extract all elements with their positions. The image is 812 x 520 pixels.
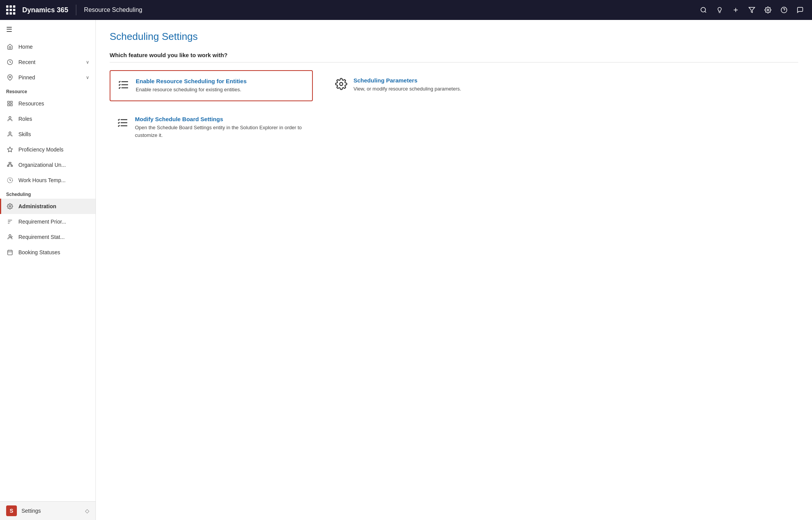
top-navigation: Dynamics 365 Resource Scheduling — [0, 0, 812, 20]
nav-divider — [76, 5, 76, 15]
svg-point-5 — [767, 9, 769, 11]
sidebar-item-bookingstatus[interactable]: Booking Statuses — [0, 245, 95, 260]
card-desc-2: View, or modify resource scheduling para… — [353, 85, 461, 93]
plus-icon[interactable] — [730, 4, 741, 16]
settings-chevron: ◇ — [85, 508, 89, 514]
settings-icon[interactable] — [762, 4, 774, 16]
gear-icon-2 — [335, 78, 347, 93]
checklist-icon-1 — [117, 79, 130, 94]
svg-rect-19 — [11, 165, 13, 166]
section-resource: Resource — [0, 85, 95, 96]
svg-point-25 — [9, 206, 11, 207]
workhours-icon — [6, 176, 14, 184]
card-scheduling-parameters[interactable]: Scheduling Parameters View, or modify re… — [328, 70, 531, 101]
pinned-chevron: ∨ — [86, 75, 89, 80]
skills-label: Skills — [18, 131, 89, 137]
settings-label: Settings — [21, 508, 81, 514]
card-body-2: Scheduling Parameters View, or modify re… — [353, 77, 461, 93]
proficiency-icon — [6, 146, 14, 153]
search-icon[interactable] — [698, 4, 709, 16]
roles-label: Roles — [18, 116, 89, 122]
section-scheduling: Scheduling — [0, 188, 95, 199]
resources-icon — [6, 100, 14, 107]
svg-rect-11 — [10, 101, 12, 103]
card-title-2: Scheduling Parameters — [353, 77, 461, 84]
feature-cards-grid: Enable Resource Scheduling for Entities … — [110, 70, 531, 146]
card-desc-1: Enable resource scheduling for existing … — [136, 86, 247, 94]
section-question: Which feature would you like to work wit… — [110, 52, 798, 63]
svg-rect-10 — [8, 101, 10, 103]
chat-icon[interactable] — [794, 4, 806, 16]
main-content: Scheduling Settings Which feature would … — [96, 20, 812, 520]
svg-point-14 — [9, 117, 11, 118]
roles-icon — [6, 115, 14, 123]
sidebar-item-workhours[interactable]: Work Hours Temp... — [0, 173, 95, 188]
menu-toggle[interactable]: ☰ — [0, 20, 95, 39]
filter-icon[interactable] — [746, 4, 758, 16]
lightbulb-icon[interactable] — [714, 4, 725, 16]
card-enable-resource-scheduling[interactable]: Enable Resource Scheduling for Entities … — [110, 70, 313, 101]
sidebar-item-pinned[interactable]: Pinned ∨ — [0, 70, 95, 85]
card-body-3: Modify Schedule Board Settings Open the … — [135, 116, 306, 139]
main-layout: ☰ Home Recent ∨ Pinned ∨ Resource — [0, 20, 812, 520]
svg-line-1 — [705, 11, 706, 12]
pinned-icon — [6, 74, 14, 81]
brand-name: Dynamics 365 — [22, 6, 68, 14]
sidebar-item-orgunit[interactable]: Organizational Un... — [0, 157, 95, 173]
svg-point-0 — [701, 7, 705, 12]
sidebar-item-home[interactable]: Home — [0, 39, 95, 54]
sidebar-item-administration[interactable]: Administration — [0, 199, 95, 214]
svg-rect-17 — [9, 162, 11, 163]
card-title-1: Enable Resource Scheduling for Entities — [136, 78, 247, 84]
reqstatus-icon — [6, 233, 14, 241]
svg-marker-16 — [7, 147, 12, 152]
sidebar: ☰ Home Recent ∨ Pinned ∨ Resource — [0, 20, 96, 520]
sidebar-item-proficiency[interactable]: Proficiency Models — [0, 142, 95, 157]
help-icon[interactable] — [778, 4, 790, 16]
home-label: Home — [18, 44, 89, 50]
waffle-menu[interactable] — [6, 5, 15, 15]
sidebar-item-recent[interactable]: Recent ∨ — [0, 54, 95, 70]
svg-marker-4 — [749, 7, 755, 13]
reqpriority-icon — [6, 218, 14, 225]
checklist-icon-3 — [117, 117, 129, 132]
sidebar-item-reqstatus[interactable]: Requirement Stat... — [0, 229, 95, 245]
svg-rect-13 — [8, 104, 10, 106]
orgunit-icon — [6, 161, 14, 169]
svg-point-15 — [9, 132, 11, 134]
pinned-label: Pinned — [18, 74, 81, 81]
recent-label: Recent — [18, 59, 81, 65]
skills-icon — [6, 130, 14, 138]
svg-point-29 — [9, 235, 11, 237]
module-name: Resource Scheduling — [84, 7, 142, 13]
home-icon — [6, 43, 14, 51]
svg-point-37 — [340, 82, 343, 86]
reqstatus-label: Requirement Stat... — [18, 234, 89, 240]
proficiency-label: Proficiency Models — [18, 146, 89, 153]
settings-badge: S — [6, 505, 17, 516]
card-modify-schedule-board[interactable]: Modify Schedule Board Settings Open the … — [110, 109, 313, 146]
reqpriority-label: Requirement Prior... — [18, 219, 89, 225]
sidebar-item-roles[interactable]: Roles — [0, 111, 95, 127]
recent-chevron: ∨ — [86, 59, 89, 65]
page-title: Scheduling Settings — [110, 31, 798, 43]
workhours-label: Work Hours Temp... — [18, 177, 89, 183]
sidebar-item-skills[interactable]: Skills — [0, 127, 95, 142]
card-title-3: Modify Schedule Board Settings — [135, 116, 306, 122]
bookingstatus-label: Booking Statuses — [18, 249, 89, 255]
sidebar-item-settings[interactable]: S Settings ◇ — [0, 502, 95, 520]
card-body-1: Enable Resource Scheduling for Entities … — [136, 78, 247, 94]
svg-rect-18 — [7, 165, 9, 166]
administration-label: Administration — [18, 203, 89, 209]
sidebar-item-reqpriority[interactable]: Requirement Prior... — [0, 214, 95, 229]
card-desc-3: Open the Schedule Board Settings entity … — [135, 124, 306, 139]
sidebar-footer: S Settings ◇ — [0, 501, 95, 520]
orgunit-label: Organizational Un... — [18, 162, 89, 168]
svg-rect-12 — [10, 104, 12, 106]
sidebar-item-resources[interactable]: Resources — [0, 96, 95, 111]
resources-label: Resources — [18, 100, 89, 107]
bookingstatus-icon — [6, 248, 14, 256]
recent-icon — [6, 58, 14, 66]
svg-rect-30 — [8, 250, 12, 255]
svg-point-9 — [9, 76, 11, 78]
